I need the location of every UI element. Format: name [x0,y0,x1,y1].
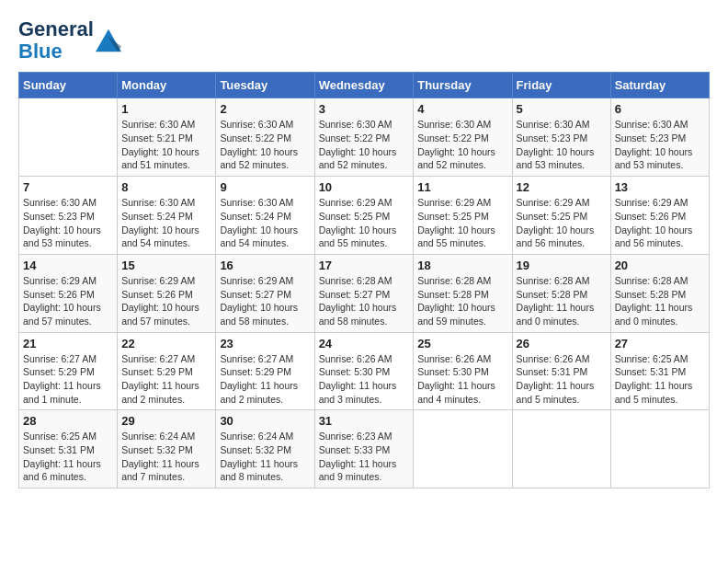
calendar-cell: 22 Sunrise: 6:27 AMSunset: 5:29 PMDaylig… [118,332,216,410]
calendar-cell: 29 Sunrise: 6:24 AMSunset: 5:32 PMDaylig… [118,410,216,488]
day-number: 11 [417,180,507,194]
day-number: 8 [121,180,211,194]
calendar-cell: 12 Sunrise: 6:29 AMSunset: 5:25 PMDaylig… [512,177,610,255]
day-number: 29 [121,414,211,428]
day-header-wednesday: Wednesday [314,73,414,98]
calendar-cell [610,410,709,488]
day-info: Sunrise: 6:29 AMSunset: 5:25 PMDaylight:… [319,197,397,248]
day-number: 6 [615,102,705,116]
calendar-cell [414,410,512,488]
day-info: Sunrise: 6:30 AMSunset: 5:22 PMDaylight:… [417,119,495,170]
day-info: Sunrise: 6:25 AMSunset: 5:31 PMDaylight:… [615,353,693,405]
day-number: 23 [220,337,310,350]
day-number: 14 [23,259,113,272]
calendar-cell: 26 Sunrise: 6:26 AMSunset: 5:31 PMDaylig… [512,332,610,410]
day-info: Sunrise: 6:26 AMSunset: 5:30 PMDaylight:… [417,353,495,405]
calendar-cell [19,98,118,177]
page-header: GeneralBlue [18,18,710,63]
day-info: Sunrise: 6:30 AMSunset: 5:21 PMDaylight:… [121,119,199,170]
day-info: Sunrise: 6:30 AMSunset: 5:23 PMDaylight:… [23,197,101,248]
day-info: Sunrise: 6:26 AMSunset: 5:30 PMDaylight:… [319,353,397,405]
day-number: 21 [23,337,113,350]
calendar-cell [512,410,610,488]
day-info: Sunrise: 6:30 AMSunset: 5:24 PMDaylight:… [121,197,199,248]
calendar-cell: 23 Sunrise: 6:27 AMSunset: 5:29 PMDaylig… [216,332,314,410]
calendar-cell: 6 Sunrise: 6:30 AMSunset: 5:23 PMDayligh… [610,98,709,177]
day-number: 9 [220,180,310,194]
logo-text: GeneralBlue [18,18,94,63]
calendar-cell: 5 Sunrise: 6:30 AMSunset: 5:23 PMDayligh… [512,98,610,177]
logo: GeneralBlue [18,18,121,63]
day-info: Sunrise: 6:28 AMSunset: 5:27 PMDaylight:… [319,275,397,327]
day-header-tuesday: Tuesday [216,73,314,98]
calendar-cell: 7 Sunrise: 6:30 AMSunset: 5:23 PMDayligh… [19,177,118,255]
calendar-cell: 15 Sunrise: 6:29 AMSunset: 5:26 PMDaylig… [118,254,216,332]
day-header-sunday: Sunday [19,73,118,98]
calendar-cell: 11 Sunrise: 6:29 AMSunset: 5:25 PMDaylig… [414,177,512,255]
day-number: 18 [417,259,507,272]
day-info: Sunrise: 6:28 AMSunset: 5:28 PMDaylight:… [615,275,693,327]
calendar-cell: 9 Sunrise: 6:30 AMSunset: 5:24 PMDayligh… [216,177,314,255]
calendar-cell: 8 Sunrise: 6:30 AMSunset: 5:24 PMDayligh… [118,177,216,255]
week-row-4: 21 Sunrise: 6:27 AMSunset: 5:29 PMDaylig… [19,332,710,410]
day-header-saturday: Saturday [610,73,709,98]
week-row-3: 14 Sunrise: 6:29 AMSunset: 5:26 PMDaylig… [19,254,710,332]
calendar-cell: 30 Sunrise: 6:24 AMSunset: 5:32 PMDaylig… [216,410,314,488]
calendar-cell: 10 Sunrise: 6:29 AMSunset: 5:25 PMDaylig… [314,177,414,255]
calendar-cell: 25 Sunrise: 6:26 AMSunset: 5:30 PMDaylig… [414,332,512,410]
calendar-cell: 13 Sunrise: 6:29 AMSunset: 5:26 PMDaylig… [610,177,709,255]
day-info: Sunrise: 6:29 AMSunset: 5:27 PMDaylight:… [220,275,298,327]
day-header-thursday: Thursday [414,73,512,98]
calendar-cell: 20 Sunrise: 6:28 AMSunset: 5:28 PMDaylig… [610,254,709,332]
calendar-table: SundayMondayTuesdayWednesdayThursdayFrid… [18,72,710,488]
calendar-cell: 31 Sunrise: 6:23 AMSunset: 5:33 PMDaylig… [314,410,414,488]
day-number: 5 [517,102,607,116]
day-header-friday: Friday [512,73,610,98]
day-number: 4 [417,102,507,116]
day-number: 22 [121,337,211,350]
day-number: 26 [517,337,607,350]
calendar-cell: 21 Sunrise: 6:27 AMSunset: 5:29 PMDaylig… [19,332,118,410]
calendar-cell: 14 Sunrise: 6:29 AMSunset: 5:26 PMDaylig… [19,254,118,332]
calendar-cell: 19 Sunrise: 6:28 AMSunset: 5:28 PMDaylig… [512,254,610,332]
day-number: 17 [319,259,410,272]
calendar-cell: 27 Sunrise: 6:25 AMSunset: 5:31 PMDaylig… [610,332,709,410]
calendar-cell: 17 Sunrise: 6:28 AMSunset: 5:27 PMDaylig… [314,254,414,332]
calendar-cell: 24 Sunrise: 6:26 AMSunset: 5:30 PMDaylig… [314,332,414,410]
day-number: 24 [319,337,410,350]
day-number: 19 [517,259,607,272]
day-number: 1 [121,102,211,116]
day-number: 12 [517,180,607,194]
day-number: 20 [615,259,705,272]
day-info: Sunrise: 6:26 AMSunset: 5:31 PMDaylight:… [517,353,595,405]
day-info: Sunrise: 6:24 AMSunset: 5:32 PMDaylight:… [220,431,298,482]
day-number: 31 [319,414,410,428]
calendar-cell: 2 Sunrise: 6:30 AMSunset: 5:22 PMDayligh… [216,98,314,177]
day-info: Sunrise: 6:30 AMSunset: 5:22 PMDaylight:… [319,119,397,170]
day-number: 27 [615,337,705,350]
day-info: Sunrise: 6:28 AMSunset: 5:28 PMDaylight:… [517,275,595,327]
day-number: 25 [417,337,507,350]
day-number: 15 [121,259,211,272]
day-header-monday: Monday [118,73,216,98]
day-info: Sunrise: 6:27 AMSunset: 5:29 PMDaylight:… [23,353,101,405]
day-info: Sunrise: 6:29 AMSunset: 5:26 PMDaylight:… [615,197,693,248]
week-row-1: 1 Sunrise: 6:30 AMSunset: 5:21 PMDayligh… [19,98,710,177]
calendar-cell: 18 Sunrise: 6:28 AMSunset: 5:28 PMDaylig… [414,254,512,332]
day-info: Sunrise: 6:23 AMSunset: 5:33 PMDaylight:… [319,431,397,482]
day-number: 13 [615,180,705,194]
day-info: Sunrise: 6:29 AMSunset: 5:25 PMDaylight:… [417,197,495,248]
calendar-cell: 4 Sunrise: 6:30 AMSunset: 5:22 PMDayligh… [414,98,512,177]
day-number: 2 [220,102,310,116]
day-info: Sunrise: 6:30 AMSunset: 5:23 PMDaylight:… [615,119,693,170]
day-info: Sunrise: 6:27 AMSunset: 5:29 PMDaylight:… [121,353,199,405]
day-info: Sunrise: 6:30 AMSunset: 5:24 PMDaylight:… [220,197,298,248]
day-number: 7 [23,180,113,194]
day-number: 3 [319,102,410,116]
day-info: Sunrise: 6:29 AMSunset: 5:25 PMDaylight:… [517,197,595,248]
calendar-cell: 16 Sunrise: 6:29 AMSunset: 5:27 PMDaylig… [216,254,314,332]
calendar-cell: 1 Sunrise: 6:30 AMSunset: 5:21 PMDayligh… [118,98,216,177]
day-info: Sunrise: 6:30 AMSunset: 5:23 PMDaylight:… [517,119,595,170]
day-number: 16 [220,259,310,272]
calendar-cell: 28 Sunrise: 6:25 AMSunset: 5:31 PMDaylig… [19,410,118,488]
